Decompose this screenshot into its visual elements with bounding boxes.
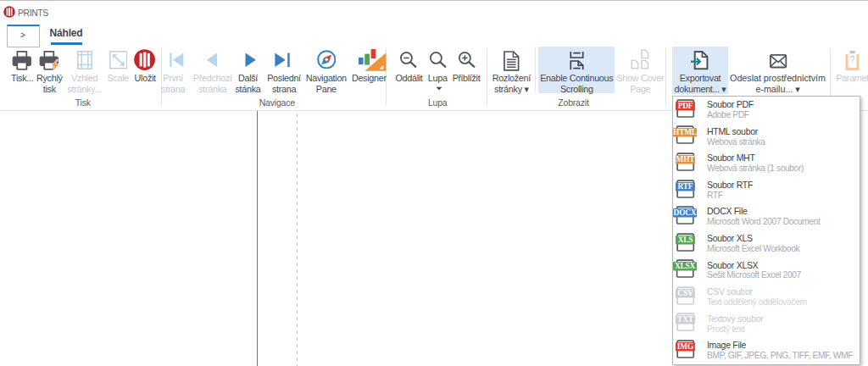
svg-text:CSV: CSV — [677, 289, 693, 297]
svg-text:DOCX: DOCX — [674, 208, 697, 217]
svg-text:XLS: XLS — [677, 236, 693, 244]
svg-text:HTML: HTML — [673, 129, 697, 137]
svg-text:MHT: MHT — [676, 155, 695, 164]
svg-text:IMG: IMG — [676, 342, 693, 351]
svg-text:XLSX: XLSX — [675, 262, 696, 270]
svg-text:PDF: PDF — [677, 102, 693, 110]
svg-text:RTF: RTF — [677, 182, 693, 191]
svg-text:TXT: TXT — [677, 315, 694, 324]
svg-text:?: ? — [849, 54, 854, 64]
